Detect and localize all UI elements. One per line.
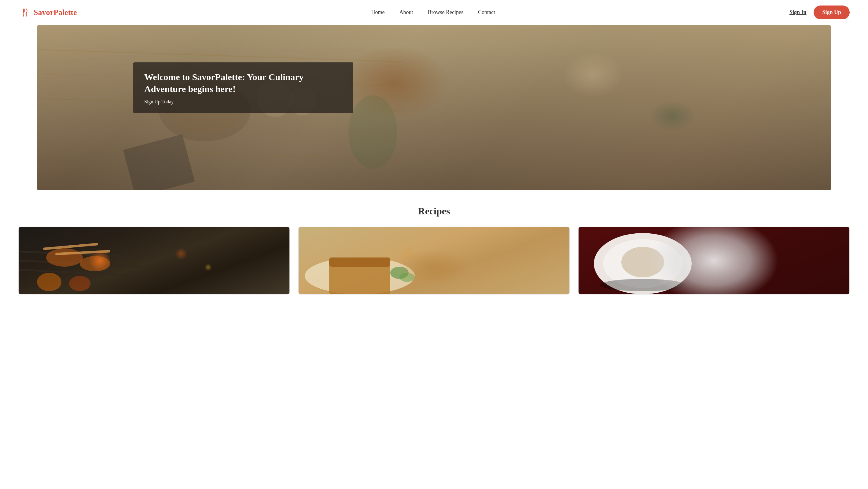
recipe-image-1 bbox=[19, 227, 289, 294]
svg-point-19 bbox=[37, 273, 61, 291]
svg-rect-26 bbox=[329, 258, 390, 267]
nav-link-contact[interactable]: Contact bbox=[478, 9, 495, 15]
hero-signup-link[interactable]: Sign Up Today bbox=[144, 99, 174, 104]
logo-icon bbox=[18, 6, 32, 19]
hero-title: Welcome to SavorPalette: Your Culinary A… bbox=[144, 71, 342, 95]
logo-part2: Palette bbox=[54, 8, 77, 17]
svg-point-20 bbox=[69, 276, 90, 291]
recipe-card-1[interactable] bbox=[18, 227, 290, 294]
nav-item-browse-recipes[interactable]: Browse Recipes bbox=[428, 9, 463, 16]
logo-text: SavorPalette bbox=[34, 8, 77, 17]
sign-up-button[interactable]: Sign Up bbox=[814, 5, 850, 19]
svg-rect-22 bbox=[55, 250, 110, 255]
recipes-section: Recipes bbox=[0, 190, 868, 307]
sign-in-link[interactable]: Sign In bbox=[789, 9, 807, 16]
nav-link-home[interactable]: Home bbox=[371, 9, 384, 15]
svg-line-1 bbox=[37, 50, 403, 62]
svg-line-15 bbox=[19, 261, 141, 267]
nav-item-about[interactable]: About bbox=[399, 9, 413, 16]
svg-rect-13 bbox=[19, 227, 289, 294]
svg-point-32 bbox=[621, 247, 664, 277]
svg-rect-25 bbox=[329, 258, 390, 294]
recipes-grid bbox=[18, 227, 850, 294]
hero-overlay: Welcome to SavorPalette: Your Culinary A… bbox=[133, 62, 353, 113]
svg-point-18 bbox=[80, 256, 110, 271]
svg-point-12 bbox=[348, 95, 397, 169]
svg-point-27 bbox=[390, 267, 409, 279]
svg-line-14 bbox=[19, 251, 141, 258]
hero-wrapper: Welcome to SavorPalette: Your Culinary A… bbox=[0, 25, 868, 190]
logo-part1: Savor bbox=[34, 8, 54, 17]
recipe-image-3 bbox=[579, 227, 849, 294]
navbar-auth: Sign In Sign Up bbox=[789, 5, 850, 19]
recipe-card-3[interactable] bbox=[578, 227, 850, 294]
recipes-heading: Recipes bbox=[18, 205, 850, 217]
svg-rect-11 bbox=[123, 134, 195, 190]
svg-point-33 bbox=[600, 279, 685, 291]
navbar: SavorPalette Home About Browse Recipes C… bbox=[0, 0, 868, 25]
svg-line-6 bbox=[37, 172, 403, 184]
svg-rect-21 bbox=[43, 243, 98, 250]
nav-links: Home About Browse Recipes Contact bbox=[371, 9, 495, 16]
svg-point-31 bbox=[603, 239, 682, 288]
recipe-card-2[interactable] bbox=[298, 227, 570, 294]
svg-rect-29 bbox=[579, 227, 849, 294]
nav-item-contact[interactable]: Contact bbox=[478, 9, 495, 16]
svg-point-24 bbox=[305, 258, 415, 294]
nav-link-about[interactable]: About bbox=[399, 9, 413, 15]
logo[interactable]: SavorPalette bbox=[18, 6, 77, 19]
nav-link-browse-recipes[interactable]: Browse Recipes bbox=[428, 9, 463, 15]
svg-point-17 bbox=[46, 248, 83, 267]
svg-rect-23 bbox=[299, 227, 569, 294]
recipe-image-2 bbox=[299, 227, 569, 294]
svg-point-30 bbox=[594, 233, 692, 294]
svg-point-28 bbox=[400, 273, 415, 282]
svg-line-5 bbox=[37, 147, 403, 160]
hero-section: Welcome to SavorPalette: Your Culinary A… bbox=[37, 25, 831, 190]
nav-item-home[interactable]: Home bbox=[371, 9, 384, 16]
svg-line-16 bbox=[19, 270, 141, 276]
